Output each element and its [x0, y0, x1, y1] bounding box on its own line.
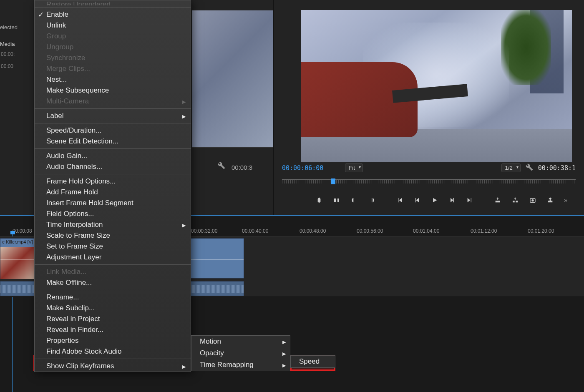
- menu-item-show-clip-keyframes[interactable]: Show Clip Keyframes: [35, 361, 191, 372]
- program-video-preview[interactable]: [301, 10, 572, 162]
- wrench-icon[interactable]: [218, 162, 225, 171]
- mark-in-icon[interactable]: [350, 196, 358, 204]
- selected-label: elected: [0, 24, 18, 30]
- scrub-track[interactable]: [282, 179, 576, 183]
- menu-item-unlink[interactable]: Unlink: [35, 20, 191, 31]
- menu-item-time-interpolation[interactable]: Time Interpolation: [35, 219, 191, 230]
- menu-separator: [35, 290, 191, 290]
- svg-point-6: [532, 199, 534, 201]
- menu-separator: [35, 108, 191, 109]
- menu-item-speed-duration[interactable]: Speed/Duration...: [35, 125, 191, 136]
- menu-item-add-frame-hold[interactable]: Add Frame Hold: [35, 187, 191, 198]
- mark-out-icon[interactable]: [368, 196, 375, 204]
- left-tc-2: 00:00: [1, 63, 13, 69]
- marker-icon[interactable]: [315, 196, 323, 204]
- play-icon[interactable]: [431, 196, 438, 204]
- ruler-mark: 00:00:32:00: [191, 228, 217, 234]
- ruler-mark: 00:00:40:00: [242, 228, 268, 234]
- menu-item-field-options[interactable]: Field Options...: [35, 209, 191, 219]
- ruler-mark: 00:00:48:00: [300, 228, 326, 234]
- settings-wrench-icon[interactable]: [526, 163, 533, 173]
- zoom-fit-select[interactable]: Fit: [345, 163, 362, 172]
- menu-item-nest[interactable]: Nest...: [35, 74, 191, 85]
- menu-item-scale-to-frame-size[interactable]: Scale to Frame Size: [35, 230, 191, 241]
- share-icon[interactable]: [546, 196, 554, 204]
- step-forward-icon[interactable]: [448, 196, 456, 204]
- extract-icon[interactable]: [511, 196, 519, 204]
- menu-item-reveal-in-project[interactable]: Reveal in Project: [35, 314, 191, 324]
- more-icon[interactable]: »: [564, 197, 567, 204]
- export-frame-icon[interactable]: [529, 196, 536, 204]
- menu-item-group: Group: [35, 31, 191, 42]
- menu-item-properties[interactable]: Properties: [35, 335, 191, 346]
- menu-item-frame-hold-options[interactable]: Frame Hold Options...: [35, 176, 191, 187]
- menu-item-enable[interactable]: Enable: [35, 9, 191, 20]
- menu-separator: [35, 264, 191, 265]
- menu-item-make-offline[interactable]: Make Offline...: [35, 277, 191, 288]
- submenu-item-speed[interactable]: Speed: [291, 356, 335, 367]
- menu-item-synchronize: Synchronize: [35, 53, 191, 63]
- lift-icon[interactable]: [494, 196, 501, 204]
- source-video-preview[interactable]: [192, 10, 275, 148]
- svg-rect-1: [337, 199, 339, 202]
- menu-item-set-to-frame-size[interactable]: Set to Frame Size: [35, 241, 191, 252]
- menu-separator: [35, 7, 191, 8]
- ruler-mark: 00:01:12:00: [471, 228, 497, 234]
- ruler-mark: 00:01:04:00: [413, 228, 439, 234]
- menu-separator: [35, 174, 191, 174]
- source-timecode: 00:00:3: [232, 164, 252, 171]
- ruler-mark: 00:00:56:00: [357, 228, 383, 234]
- media-label: Media: [0, 41, 15, 47]
- menu-separator: [35, 148, 191, 149]
- menu-item-make-subsequence[interactable]: Make Subsequence: [35, 85, 191, 96]
- scrub-playhead[interactable]: [331, 178, 335, 184]
- program-controls-row: 00:00:06:00 Fit 1/2 00:00:38:1: [282, 163, 576, 173]
- left-tc-1: 00:00:: [1, 51, 15, 57]
- ruler-mark: 00:00:08: [13, 228, 32, 234]
- go-to-out-icon[interactable]: [466, 196, 473, 204]
- time-remapping-submenu[interactable]: Speed: [290, 355, 335, 368]
- menu-item-scene-edit-detection[interactable]: Scene Edit Detection...: [35, 136, 191, 147]
- menu-item-restore-unrendered: Restore Unrendered: [35, 0, 191, 5]
- menu-item-make-subclip[interactable]: Make Subclip...: [35, 303, 191, 314]
- transport-controls: »: [315, 194, 567, 206]
- submenu-item-opacity[interactable]: Opacity: [191, 347, 290, 359]
- menu-item-reveal-in-finder[interactable]: Reveal in Finder...: [35, 324, 191, 335]
- inout-icon[interactable]: [333, 196, 340, 204]
- menu-item-insert-frame-hold-segment[interactable]: Insert Frame Hold Segment: [35, 198, 191, 209]
- menu-item-find-adobe-stock-audio[interactable]: Find Adobe Stock Audio: [35, 346, 191, 357]
- current-timecode[interactable]: 00:00:06:00: [282, 164, 323, 172]
- show-clip-keyframes-submenu[interactable]: MotionOpacityTime Remapping: [191, 335, 290, 371]
- menu-separator: [35, 123, 191, 123]
- menu-item-audio-channels[interactable]: Audio Channels...: [35, 161, 191, 172]
- effect-controls-panel: elected Media 00:00: 00:00: [0, 0, 33, 215]
- program-scrub-bar[interactable]: [282, 179, 576, 188]
- svg-rect-0: [334, 199, 336, 202]
- menu-separator: [35, 359, 191, 359]
- svg-rect-4: [516, 201, 518, 202]
- submenu-item-motion[interactable]: Motion: [191, 336, 290, 347]
- menu-item-rename[interactable]: Rename...: [35, 292, 191, 303]
- menu-item-link-media: Link Media...: [35, 266, 191, 277]
- resolution-select[interactable]: 1/2: [501, 163, 521, 172]
- menu-item-audio-gain[interactable]: Audio Gain...: [35, 151, 191, 161]
- program-monitor-panel: 00:00:06:00 Fit 1/2 00:00:38:1: [273, 0, 584, 215]
- menu-item-merge-clips: Merge Clips...: [35, 63, 191, 74]
- menu-item-adjustment-layer[interactable]: Adjustment Layer: [35, 252, 191, 263]
- svg-rect-2: [496, 201, 500, 202]
- clip-thumbnail: [0, 247, 34, 279]
- menu-item-label[interactable]: Label: [35, 111, 191, 121]
- duration-timecode: 00:00:38:1: [538, 164, 576, 172]
- clip-context-menu[interactable]: Restore UnrenderedEnableUnlinkGroupUngro…: [34, 0, 191, 372]
- step-back-icon[interactable]: [413, 196, 421, 204]
- menu-item-multi-camera: Multi-Camera: [35, 96, 191, 107]
- go-to-in-icon[interactable]: [396, 196, 403, 204]
- menu-item-ungroup: Ungroup: [35, 42, 191, 53]
- ruler-mark: 00:01:20:00: [528, 228, 554, 234]
- submenu-item-time-remapping[interactable]: Time Remapping: [191, 359, 290, 371]
- clip-label: e Killer.mp4 [V]: [2, 239, 33, 244]
- svg-rect-3: [513, 201, 515, 202]
